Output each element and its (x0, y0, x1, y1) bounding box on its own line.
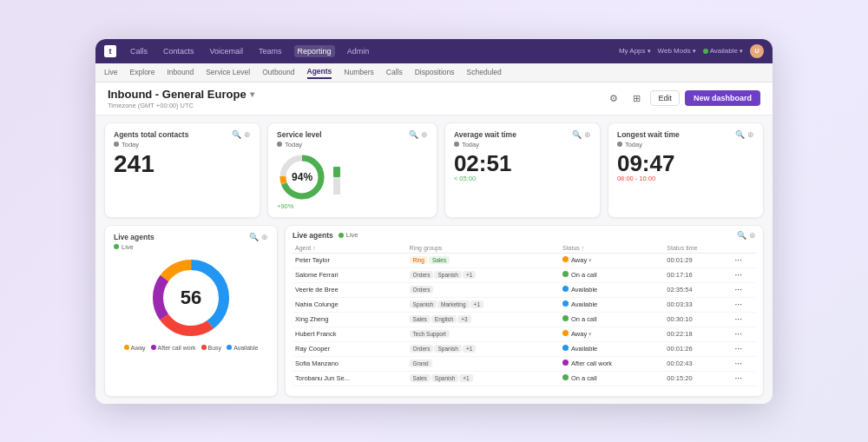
agent-name: Ray Cooper (293, 341, 407, 356)
subnav-agents[interactable]: Agents (307, 65, 332, 79)
agent-more-btn[interactable]: ··· (733, 267, 756, 282)
avg-wait-card: Average wait time 🔍 ⊕ Today 02:51 < 05:0… (444, 122, 601, 218)
agent-status: After call work (560, 356, 664, 371)
longest-wait-more-icon[interactable]: ⊕ (747, 130, 754, 139)
status-dot (562, 345, 569, 351)
table-more-icon[interactable]: ⊕ (749, 231, 756, 240)
subnav-service-level[interactable]: Service Level (206, 66, 250, 78)
page-actions: ⚙ ⊞ Edit New dashboard (605, 89, 760, 107)
longest-wait-search-icon[interactable]: 🔍 (735, 130, 745, 139)
nav-item-voicemail[interactable]: Voicemail (207, 45, 247, 57)
status-dot (562, 330, 569, 336)
my-apps-btn[interactable]: My Apps ▾ (619, 47, 651, 55)
longest-wait-icons: 🔍 ⊕ (735, 130, 754, 139)
subnav-live[interactable]: Live (104, 66, 118, 78)
live-agents-badge-dot (114, 244, 119, 249)
contacts-card: Agents total contacts 🔍 ⊕ Today 241 (104, 122, 260, 218)
nav-item-contacts[interactable]: Contacts (160, 45, 198, 57)
nav-item-calls[interactable]: Calls (127, 45, 151, 57)
subnav-explore[interactable]: Explore (130, 66, 155, 78)
agent-status: Available (560, 282, 664, 297)
contacts-search-icon[interactable]: 🔍 (232, 130, 241, 139)
subnav-outbound[interactable]: Outbound (262, 66, 294, 78)
agent-name: Hubert Franck (293, 327, 407, 341)
tag: +1 (470, 300, 483, 308)
grid-button[interactable]: ⊞ (628, 89, 645, 107)
top-nav: t Calls Contacts Voicemail Teams Reporti… (95, 39, 773, 63)
subnav-dispositions[interactable]: Dispositions (415, 66, 455, 78)
agent-more-btn[interactable]: ··· (733, 282, 756, 297)
status-text: Available (571, 286, 597, 294)
col-status-time[interactable]: Status time (664, 243, 732, 254)
avg-wait-search-icon[interactable]: 🔍 (572, 130, 582, 139)
nav-item-teams[interactable]: Teams (255, 45, 286, 57)
status-dot (562, 300, 569, 307)
table-row: Torobanu Jun Se...SalesSpanish+1On a cal… (293, 371, 756, 386)
subnav-inbound[interactable]: Inbound (167, 66, 194, 78)
agent-tags: SalesEnglish+3 (407, 312, 560, 327)
agent-more-btn[interactable]: ··· (733, 341, 756, 356)
table-badge-dot (339, 233, 344, 238)
avg-wait-more-icon[interactable]: ⊕ (584, 130, 591, 139)
table-badge: Live (339, 231, 358, 239)
edit-button[interactable]: Edit (650, 90, 680, 106)
nav-items: Calls Contacts Voicemail Teams Reporting… (127, 45, 608, 57)
table-search-icon[interactable]: 🔍 (737, 231, 746, 240)
agent-tags: SpanishMarketing+1 (407, 297, 560, 312)
legend-available: Available (227, 345, 258, 351)
agent-more-btn[interactable]: ··· (733, 312, 756, 327)
avg-wait-title: Average wait time (454, 130, 516, 139)
agent-tags: Grand (407, 356, 560, 371)
live-agents-chart-more-icon[interactable]: ⊕ (261, 233, 268, 241)
table-row: Xing ZhengSalesEnglish+3On a call00:30:1… (293, 312, 756, 327)
live-agents-chart-badge: Live (114, 243, 268, 251)
agent-status-time: 00:01:29 (664, 253, 732, 267)
table-row: Ray CooperOrdersSpanish+1Available00:01:… (293, 341, 756, 356)
longest-wait-value: 09:47 (617, 152, 754, 175)
avatar[interactable]: U (750, 44, 764, 58)
agent-status-time: 00:03:33 (664, 297, 732, 312)
svg-rect-5 (333, 167, 340, 177)
contacts-more-icon[interactable]: ⊕ (244, 130, 251, 139)
tag: English (431, 315, 457, 323)
subnav-scheduled[interactable]: Scheduled (467, 66, 502, 78)
table-row: Salome FerrariOrdersSpanish+1On a call00… (293, 267, 756, 282)
service-more-icon[interactable]: ⊕ (421, 130, 428, 139)
agent-more-btn[interactable]: ··· (733, 253, 756, 267)
agent-more-btn[interactable]: ··· (733, 297, 756, 312)
agent-more-btn[interactable]: ··· (733, 371, 756, 386)
status-text: On a call (571, 374, 597, 382)
agent-status-time: 00:02:43 (664, 356, 732, 371)
available-btn[interactable]: Available ▾ (703, 47, 743, 55)
subnav-numbers[interactable]: Numbers (344, 66, 373, 78)
service-bars (332, 160, 341, 195)
col-ring-groups[interactable]: Ring groups (407, 243, 560, 254)
col-agent[interactable]: Agent ↑ (293, 243, 407, 254)
web-mods-btn[interactable]: Web Mods ▾ (658, 47, 696, 55)
longest-wait-stat: 08:00 - 10:00 (617, 175, 754, 182)
col-actions (733, 243, 756, 254)
agent-more-btn[interactable]: ··· (733, 327, 756, 341)
settings-button[interactable]: ⚙ (605, 89, 622, 107)
col-status[interactable]: Status ↑ (560, 243, 664, 254)
service-search-icon[interactable]: 🔍 (409, 130, 418, 139)
agent-status: Away ▾ (560, 253, 664, 267)
main-content: Agents total contacts 🔍 ⊕ Today 241 Serv… (95, 115, 773, 404)
title-chevron[interactable]: ▾ (250, 89, 254, 99)
subnav-calls[interactable]: Calls (386, 66, 403, 78)
service-card-icons: 🔍 ⊕ (409, 130, 428, 139)
tag: Sales (410, 374, 431, 382)
longest-wait-badge-label: Today (625, 141, 642, 148)
live-agents-chart-icons: 🔍 ⊕ (249, 233, 268, 241)
service-badge-dot (277, 142, 282, 147)
agent-more-btn[interactable]: ··· (733, 356, 756, 371)
longest-wait-badge: Today (617, 141, 754, 148)
new-dashboard-button[interactable]: New dashboard (685, 90, 760, 106)
service-badge: Today (277, 141, 428, 148)
nav-item-admin[interactable]: Admin (344, 45, 373, 57)
nav-item-reporting[interactable]: Reporting (294, 45, 335, 57)
tag: Spanish (431, 374, 459, 382)
agent-status: On a call (560, 312, 664, 327)
big-donut-value: 56 (181, 287, 201, 309)
live-agents-chart-search-icon[interactable]: 🔍 (249, 233, 259, 241)
